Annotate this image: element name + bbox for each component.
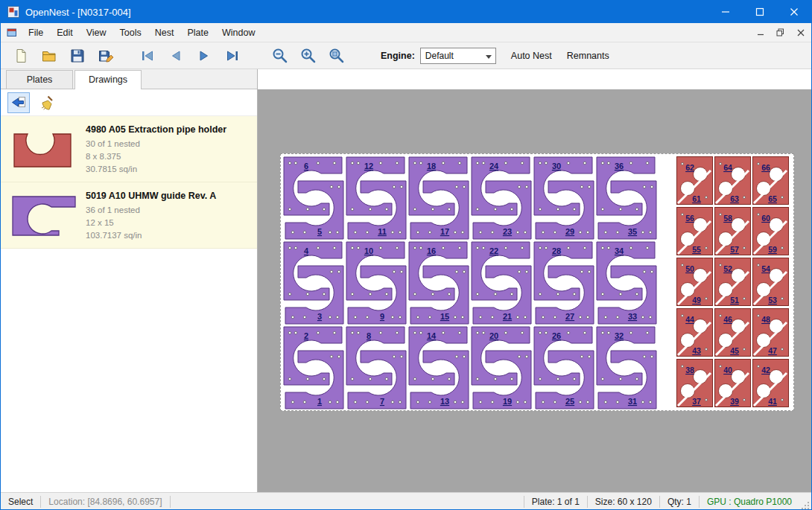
menu-view[interactable]: View: [80, 25, 113, 41]
red-nest-cell: 5857: [715, 208, 751, 255]
purple-nest-cell: 1413: [409, 327, 469, 409]
purple-nest-cell: 1817: [409, 157, 469, 239]
close-button[interactable]: [777, 1, 811, 23]
replace-drawing-icon: [10, 95, 27, 110]
drawing-nested-count: 30 of 1 nested: [86, 138, 251, 150]
save-button[interactable]: [63, 45, 92, 67]
part-number: 65: [768, 194, 777, 203]
new-button[interactable]: [7, 45, 35, 67]
auto-nest-button[interactable]: Auto Nest: [511, 51, 552, 61]
nest-plate-svg[interactable]: 6512111817242330293635431091615222128273…: [281, 154, 793, 410]
part-number: 1: [317, 397, 322, 406]
nav-next-button[interactable]: [190, 45, 218, 67]
save-as-button[interactable]: [92, 45, 120, 67]
part-number: 16: [427, 246, 436, 255]
part-number: 44: [685, 315, 694, 324]
part-number: 49: [692, 296, 701, 305]
close-icon: [790, 7, 799, 16]
menu-edit[interactable]: Edit: [50, 25, 80, 41]
nav-last-button[interactable]: [218, 45, 247, 67]
menu-window[interactable]: Window: [215, 25, 261, 41]
part-cutout: [732, 319, 746, 334]
part-number: 13: [440, 397, 449, 406]
part-cutout: [770, 168, 784, 182]
part-number: 51: [730, 296, 739, 305]
resize-grip[interactable]: [799, 493, 811, 510]
nav-first-icon: [139, 48, 156, 64]
part-cutout: [732, 218, 746, 232]
purple-nest-cell: 3433: [597, 242, 656, 324]
part-number: 50: [685, 264, 694, 273]
canvas-header-strip: [258, 69, 811, 89]
part-number: 31: [628, 397, 637, 406]
drawing-area: 30.7815 sq/in: [86, 163, 251, 176]
part-number: 18: [427, 162, 436, 170]
broom-icon: [38, 95, 54, 111]
part-number: 47: [768, 346, 777, 355]
tab-drawings[interactable]: Drawings: [74, 70, 142, 89]
mdi-minimize-button[interactable]: [751, 25, 770, 40]
maximize-button[interactable]: [743, 1, 777, 23]
menu-nest[interactable]: Nest: [148, 25, 181, 41]
main-toolbar: Engine: Default Auto Nest Remnants: [1, 42, 811, 69]
mdi-restore-icon: [776, 28, 784, 36]
part-number: 63: [730, 194, 739, 203]
nest-plate[interactable]: 6512111817242330293635431091615222128273…: [280, 153, 794, 411]
resize-grip-icon: [801, 501, 810, 510]
mdi-close-button[interactable]: [791, 25, 810, 40]
app-window: OpenNest - [N0317-004] File Edit View To…: [0, 0, 812, 510]
part-number: 3: [317, 312, 322, 321]
part-number: 38: [685, 366, 694, 374]
part-number: 43: [692, 346, 701, 355]
part-number: 66: [761, 163, 770, 172]
minimize-icon: [721, 7, 730, 16]
zoom-fit-button[interactable]: [323, 45, 351, 67]
red-nest-cell: 5049: [677, 258, 713, 306]
part-number: 20: [489, 331, 498, 340]
part-number: 27: [565, 312, 574, 321]
tab-plates[interactable]: Plates: [6, 70, 73, 89]
broom-button[interactable]: [35, 92, 57, 113]
red-nest-cell: 4039: [715, 360, 751, 407]
purple-nest-cell: 43: [284, 242, 343, 324]
purple-nest-cell: 3029: [534, 157, 594, 239]
nest-canvas[interactable]: 6512111817242330293635431091615222128273…: [258, 69, 811, 492]
open-button[interactable]: [35, 45, 63, 67]
menu-file[interactable]: File: [22, 25, 50, 41]
document-icon[interactable]: [7, 28, 17, 38]
part-number: 55: [692, 245, 701, 254]
zoom-in-icon: [300, 48, 317, 64]
drawing-list-item[interactable]: 5019 A10 UHMW guide Rev. A 36 of 1 neste…: [1, 182, 257, 249]
part-number: 26: [552, 331, 561, 340]
red-nest-cell: 4847: [753, 309, 789, 357]
engine-value: Default: [425, 51, 454, 61]
remnants-button[interactable]: Remnants: [567, 51, 609, 61]
menu-plate[interactable]: Plate: [180, 25, 215, 41]
part-cutout: [732, 168, 746, 182]
zoom-out-button[interactable]: [266, 45, 294, 67]
nav-prev-button[interactable]: [162, 45, 190, 67]
purple-nest-cell: 2625: [534, 327, 594, 409]
drawing-size: 12 x 15: [86, 217, 251, 229]
replace-drawing-button[interactable]: [7, 92, 30, 113]
purple-nest-cell: 3231: [597, 327, 656, 409]
minimize-button[interactable]: [708, 1, 743, 23]
part-number: 8: [367, 331, 371, 340]
drawing-list-item[interactable]: 4980 A05 Extraction pipe holder 30 of 1 …: [1, 116, 257, 182]
part-number: 15: [440, 312, 449, 321]
part-cutout: [694, 218, 708, 232]
part-number: 45: [730, 346, 739, 355]
zoom-fit-icon: [329, 48, 345, 64]
part-number: 59: [768, 245, 777, 254]
menu-tools[interactable]: Tools: [113, 25, 148, 41]
engine-select[interactable]: Default: [420, 48, 496, 64]
purple-nest-cell: 3635: [597, 157, 656, 239]
zoom-in-button[interactable]: [294, 45, 323, 67]
part-number: 25: [565, 397, 574, 406]
save-as-icon: [98, 48, 114, 64]
nav-first-button[interactable]: [133, 45, 162, 67]
part-number: 12: [364, 162, 373, 170]
engine-label: Engine:: [381, 51, 415, 61]
part-cutout: [694, 168, 708, 182]
mdi-restore-button[interactable]: [771, 25, 790, 40]
